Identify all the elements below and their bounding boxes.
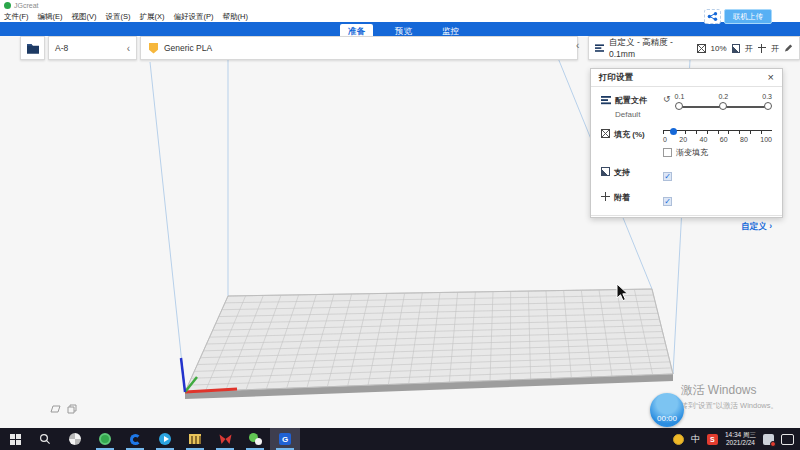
app-logo-icon	[4, 2, 11, 9]
title-bar: JGcreat	[0, 0, 800, 11]
print-settings-panel: 打印设置 × 配置文件 ↺	[590, 68, 783, 218]
infill-tick-100: 100	[760, 136, 772, 143]
tray-security-icon[interactable]	[763, 434, 774, 445]
slider-stop-0.1[interactable]	[675, 102, 683, 110]
layer-tick-0.3: 0.3	[762, 93, 772, 100]
menu-help[interactable]: 帮助(H)	[223, 12, 248, 22]
taskbar-green-app[interactable]	[90, 428, 120, 450]
infill-percent: 10%	[711, 44, 727, 53]
infill-tick-60: 60	[720, 136, 728, 143]
taskbar-clock[interactable]: 14:34 周三 2021/2/24	[725, 431, 756, 447]
upload-area: 联机上传	[704, 9, 772, 24]
undo-icon[interactable]: ↺	[663, 94, 671, 112]
adhesion-label: 附着	[614, 192, 630, 203]
panel-footer: 自定义 ›	[591, 215, 782, 237]
screen-record-timer[interactable]: 00:00	[650, 393, 684, 427]
menu-edit[interactable]: 编辑(E)	[38, 12, 63, 22]
online-upload-button[interactable]: 联机上传	[724, 9, 772, 24]
material-shield-icon	[149, 43, 158, 54]
menu-preferences[interactable]: 偏好设置(P)	[174, 12, 214, 22]
tray-coin-icon[interactable]	[673, 434, 684, 445]
paper-plane-icon	[159, 433, 171, 445]
support-checkbox[interactable]: ✓	[663, 172, 672, 181]
slider-stop-0.2[interactable]	[719, 102, 727, 110]
start-button[interactable]	[0, 428, 30, 450]
timer-value: 00:00	[657, 414, 677, 423]
folder-icon	[26, 42, 40, 54]
infill-slider-handle[interactable]	[670, 128, 677, 135]
taskbar-bank-app[interactable]	[180, 428, 210, 450]
jgcreat-app-icon: G	[279, 433, 291, 445]
menu-file[interactable]: 文件(F)	[4, 12, 29, 22]
layer-height-tick-labels: 0.1 0.2 0.3	[675, 93, 772, 100]
panel-body: 配置文件 ↺ 0.1 0.2 0.3	[591, 87, 782, 208]
printer-name: A-8	[55, 43, 68, 53]
bank-building-icon	[189, 434, 201, 444]
adhesion-state: 开	[771, 43, 779, 54]
printer-selector[interactable]: A-8 ‹	[48, 36, 137, 60]
menu-extensions[interactable]: 扩展(X)	[140, 12, 165, 22]
taskbar-chat-app[interactable]	[240, 428, 270, 450]
support-icon	[732, 44, 740, 53]
infill-ticks	[663, 130, 772, 134]
infill-tick-40: 40	[700, 136, 708, 143]
watermark-title: 激活 Windows	[680, 382, 778, 399]
app-window: JGcreat 文件(F) 编辑(E) 视图(V) 设置(S) 扩展(X) 偏好…	[0, 0, 800, 450]
green-coin-icon	[99, 433, 111, 445]
menu-view[interactable]: 视图(V)	[72, 12, 97, 22]
adhesion-icon	[601, 192, 610, 201]
infill-tick-labels: 0 20 40 60 80 100	[663, 136, 772, 143]
action-center-icon[interactable]	[781, 434, 794, 445]
infill-tick-80: 80	[740, 136, 748, 143]
gradual-infill-checkbox[interactable]	[663, 148, 672, 157]
layer-tick-0.2: 0.2	[718, 93, 728, 100]
infill-tick-20: 20	[679, 136, 687, 143]
taskbar-pinwheel-app[interactable]	[60, 428, 90, 450]
adhesion-icon	[758, 44, 766, 53]
gradual-infill-label: 渐变填充	[676, 147, 708, 158]
taskbar-messenger-app[interactable]	[150, 428, 180, 450]
slider-stop-0.3[interactable]	[764, 102, 772, 110]
material-selector[interactable]: Generic PLA	[140, 36, 578, 60]
tray-red-app-icon[interactable]: S	[707, 434, 718, 445]
chat-bubbles-icon	[249, 433, 262, 445]
taskbar-jgcreat-app[interactable]: G	[270, 428, 300, 450]
cube-view-icon[interactable]	[67, 404, 78, 414]
taskbar-apps: G	[0, 428, 300, 450]
input-language-indicator[interactable]: 中	[691, 433, 700, 446]
search-icon	[39, 433, 51, 445]
support-label: 支持	[614, 167, 630, 178]
menu-bar: 文件(F) 编辑(E) 视图(V) 设置(S) 扩展(X) 偏好设置(P) 帮助…	[0, 11, 800, 22]
profile-layers-icon	[595, 43, 604, 53]
profile-layers-icon	[601, 95, 611, 105]
view-mode-icons	[50, 404, 78, 414]
notification-badge	[770, 441, 776, 447]
layer-height-slider[interactable]	[675, 102, 772, 112]
panel-header: 打印设置 ×	[591, 69, 782, 87]
adhesion-checkbox[interactable]: ✓	[663, 197, 672, 206]
windows-taskbar: G 中 S 14:34 周三 2021/2/24	[0, 428, 800, 450]
print-settings-summary[interactable]: 自定义 - 高精度 - 0.1mm 10% 开 开	[588, 36, 800, 60]
infill-label: 填充 (%)	[614, 129, 645, 140]
windows-activation-watermark: 激活 Windows 转到“设置”以激活 Windows。	[680, 382, 778, 411]
network-share-icon[interactable]	[704, 9, 721, 24]
share-glyph	[707, 12, 718, 21]
taskbar-butterfly-app[interactable]	[210, 428, 240, 450]
taskbar-search-button[interactable]	[30, 428, 60, 450]
settings-collapse-chevron-icon[interactable]: ‹	[576, 40, 579, 51]
menu-settings[interactable]: 设置(S)	[106, 12, 131, 22]
edit-pencil-icon[interactable]	[784, 43, 793, 53]
taskbar-browser-app[interactable]	[120, 428, 150, 450]
custom-settings-link[interactable]: 自定义 ›	[741, 221, 772, 233]
chevron-left-icon[interactable]: ‹	[127, 43, 130, 54]
infill-tick-0: 0	[663, 136, 667, 143]
infill-slider[interactable]	[663, 127, 772, 136]
profile-label: 配置文件	[615, 95, 647, 106]
open-file-button[interactable]	[20, 36, 45, 60]
pinwheel-icon	[69, 433, 81, 445]
close-icon[interactable]: ×	[768, 72, 774, 83]
flat-view-icon[interactable]	[50, 404, 61, 414]
infill-row: 填充 (%) 0 20 40 60 80 100	[601, 127, 772, 158]
layer-tick-0.1: 0.1	[675, 93, 685, 100]
blue-c-browser-icon	[130, 434, 141, 445]
